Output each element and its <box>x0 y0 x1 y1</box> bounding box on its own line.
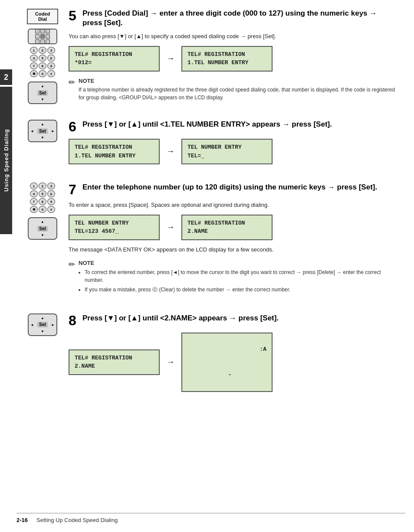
step-7-content: 7 Enter the telephone number (up to 120 … <box>69 183 397 300</box>
step-7-heading: 7 Enter the telephone number (up to 120 … <box>69 183 397 196</box>
step-6-lcd1: TEL# REGISTRATION 1.TEL NUMBER ENTRY <box>69 139 160 164</box>
step-8-content: 8 Press [▼] or [▲] until <2.NAME> appear… <box>69 313 397 397</box>
step5-set-button: ▲ Set ▼ <box>28 82 57 104</box>
sidebar-number: 2 <box>0 69 12 85</box>
step-7-number: 7 <box>69 183 79 196</box>
coded-dial-label: true Coded Dial <box>27 9 58 24</box>
step-5-number: 5 <box>69 9 79 23</box>
step-5-section: true Coded Dial 1 2 3 4 5 6 7 8 9 <box>25 9 397 107</box>
step-5-note-text: If a telephone number is already registe… <box>79 86 397 101</box>
step-7-lcd1: TEL NUMBER ENTRY TEL=123 4567_ <box>69 215 160 240</box>
step-7-lcd-row: TEL NUMBER ENTRY TEL=123 4567_ → TEL# RE… <box>69 215 397 240</box>
step-6-title: Press [▼] or [▲] until <1.TEL NUMBER ENT… <box>82 120 332 129</box>
step-8-arrow: → <box>167 356 174 368</box>
step-5-lcd2: TEL# REGISTRATION 1.TEL NUMBER ENTRY <box>181 46 273 72</box>
note-bullet-1: To correct the entered number, press [◄]… <box>85 268 397 284</box>
step-7-body: To enter a space, press [Space]. Spaces … <box>69 201 397 295</box>
note-bullet-2: If you make a mistake, press ⓒ (Clear) t… <box>85 286 397 294</box>
step-5-body: You can also press [▼] or [▲] to specify… <box>69 32 397 101</box>
step-6-lcd2: TEL NUMBER ENTRY TEL=_ <box>181 139 273 164</box>
step7-set-button: ▲ Set ▼ <box>28 217 57 240</box>
step5-numeric-keypad: 1 2 3 4 5 6 7 8 9 ✱ 0 # <box>30 47 55 77</box>
arrow-down-icon: ▼ <box>41 98 44 101</box>
arrow-down-icon: ▼ <box>41 330 44 333</box>
arrow-left-icon: ◄ <box>30 323 34 326</box>
step-5-arrow: → <box>167 53 174 65</box>
step-5-note: ✏ NOTE If a telephone number is already … <box>69 77 397 102</box>
step-8-body: TEL# REGISTRATION 2.NAME → :A - <box>69 333 397 392</box>
arrow-up-icon: ▲ <box>41 220 44 224</box>
page-footer: 2-16 Setting Up Coded Speed Dialing <box>16 513 405 523</box>
step-6-heading: 6 Press [▼] or [▲] until <1.TEL NUMBER E… <box>69 120 397 134</box>
step-7-lcd2: TEL# REGISTRATION 2.NAME <box>181 215 273 240</box>
step-5-note-title: NOTE <box>79 77 397 85</box>
set-label: Set <box>37 90 48 96</box>
step-8-heading: 8 Press [▼] or [▲] until <2.NAME> appear… <box>69 313 397 327</box>
sidebar-label: Using Speed Dialing <box>3 129 10 192</box>
step-7-icons: 1 2 3 4 5 6 7 8 9 ✱ 0 # ▲ Set ▼ <box>25 183 60 240</box>
step-5-lcd1: TEL# REGISTRATION *012= <box>69 46 160 72</box>
step-8-title: Press [▼] or [▲] until <2.NAME> appears … <box>82 313 279 323</box>
arrow-right-icon: ► <box>51 323 55 326</box>
arrow-down-icon: ▼ <box>41 233 44 237</box>
arrow-up-icon: ▲ <box>41 84 44 88</box>
set-label: Set <box>37 322 48 327</box>
step-5-lcd-row: TEL# REGISTRATION *012= → TEL# REGISTRAT… <box>69 46 397 72</box>
step-6-section: ▲ ◄ Set ► ▼ 6 Press [▼] or [▲] until <1.… <box>25 120 397 170</box>
footer-title: Setting Up Coded Speed Dialing <box>36 517 118 523</box>
step8-set-button: ▲ ◄ Set ► ▼ <box>28 313 57 336</box>
step-7-after-text: The message <DATA ENTRY OK> appears on t… <box>69 245 397 254</box>
arrow-left-icon: ◄ <box>30 129 34 133</box>
step-5-title: Press [Coded Dial] → enter a three digit… <box>82 9 397 28</box>
step-7-title: Enter the telephone number (up to 120 di… <box>82 183 377 192</box>
step-8-lcd1: TEL# REGISTRATION 2.NAME <box>69 349 160 375</box>
arrow-up-icon: ▲ <box>41 316 44 320</box>
step-5-content: 5 Press [Coded Dial] → enter a three dig… <box>69 9 397 107</box>
step-6-arrow: → <box>167 146 174 157</box>
step-7-note-title: NOTE <box>79 259 397 268</box>
coded-dial-icon <box>28 29 57 44</box>
step-6-number: 6 <box>69 120 79 134</box>
step-8-lcd2: :A - <box>181 333 273 392</box>
step-6-icons: ▲ ◄ Set ► ▼ <box>25 120 60 142</box>
step-5-icons: true Coded Dial 1 2 3 4 5 6 7 8 9 <box>25 9 60 104</box>
step-8-number: 8 <box>69 313 79 327</box>
footer-page-num: 2-16 <box>16 517 28 523</box>
set-label: Set <box>37 226 48 232</box>
arrow-right-icon: ► <box>51 129 55 133</box>
step-8-lcd-row: TEL# REGISTRATION 2.NAME → :A - <box>69 333 397 392</box>
step7-numeric-keypad: 1 2 3 4 5 6 7 8 9 ✱ 0 # <box>30 183 55 213</box>
sidebar-tab: Using Speed Dialing <box>0 87 12 234</box>
step-7-section: 1 2 3 4 5 6 7 8 9 ✱ 0 # ▲ Set ▼ 7 <box>25 183 397 300</box>
step-5-heading: 5 Press [Coded Dial] → enter a three dig… <box>69 9 397 28</box>
step-6-lcd-row: TEL# REGISTRATION 1.TEL NUMBER ENTRY → T… <box>69 139 397 164</box>
note-pencil-icon-2: ✏ <box>69 259 75 271</box>
step-6-content: 6 Press [▼] or [▲] until <1.TEL NUMBER E… <box>69 120 397 170</box>
arrow-up-icon: ▲ <box>41 122 44 126</box>
arrow-down-icon: ▼ <box>41 136 44 140</box>
step6-set-button: ▲ ◄ Set ► ▼ <box>28 120 57 142</box>
step-7-note-list: To correct the entered number, press [◄]… <box>79 268 397 294</box>
note-pencil-icon: ✏ <box>69 77 75 88</box>
set-label: Set <box>37 128 48 134</box>
step-8-icons: ▲ ◄ Set ► ▼ <box>25 313 60 336</box>
step-7-arrow: → <box>167 222 174 233</box>
step-8-section: ▲ ◄ Set ► ▼ 8 Press [▼] or [▲] until <2.… <box>25 313 397 397</box>
step-6-body: TEL# REGISTRATION 1.TEL NUMBER ENTRY → T… <box>69 139 397 164</box>
step-7-note: ✏ NOTE To correct the entered number, pr… <box>69 259 397 295</box>
